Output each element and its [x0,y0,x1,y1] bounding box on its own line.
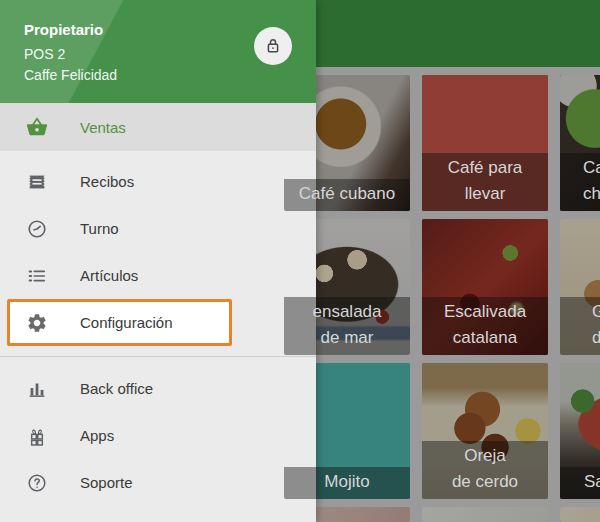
drawer-menu: Ventas [0,103,316,506]
list-icon [26,265,48,287]
product-photo [560,507,600,522]
lock-icon [263,36,283,56]
sidebar-item-label: Ventas [80,119,126,136]
product-tile-oreja-de-cerdo[interactable]: Oreja de cerdo [422,363,548,499]
product-tile-partial[interactable] [422,507,548,522]
sidebar-item-label: Configuración [80,314,173,331]
product-tile-partial[interactable]: Cal chi [560,75,600,211]
product-photo [422,507,548,522]
sidebar-item-label: Artículos [80,267,138,284]
sidebar-item-apps[interactable]: Apps [0,412,316,459]
sidebar-item-ventas[interactable]: Ventas [0,103,316,151]
sidebar-item-soporte[interactable]: Soporte [0,459,316,506]
product-label: Sa [560,467,600,499]
receipt-icon [26,171,48,193]
clock-icon [26,218,48,240]
menu-divider [0,356,316,357]
product-tile-partial[interactable]: G d [560,219,600,355]
sidebar-item-label: Apps [80,427,114,444]
sidebar-item-back-office[interactable]: Back office [0,365,316,412]
navigation-drawer: Propietario POS 2 Caffe Felicidad [0,0,316,522]
product-label: Oreja de cerdo [422,441,548,499]
drawer-header: Propietario POS 2 Caffe Felicidad [0,0,316,103]
sidebar-item-label: Soporte [80,474,133,491]
product-tile-escalivada-catalana[interactable]: Escalivada catalana [422,219,548,355]
product-tile-partial[interactable]: Sa [560,363,600,499]
product-label: ensalada de mar [284,297,410,355]
product-tile-partial[interactable] [560,507,600,522]
pos-app-screen: Café cubano Café para llevar Cal chi ens… [0,0,600,522]
sidebar-item-label: Recibos [80,173,134,190]
store-name: Caffe Felicidad [24,67,117,83]
gear-icon [26,312,48,334]
sidebar-item-label: Turno [80,220,119,237]
basket-icon [26,116,48,138]
product-label: Escalivada catalana [422,297,548,355]
product-label: G d [560,297,600,355]
menu-spacer [0,151,316,158]
pos-name: POS 2 [24,46,65,62]
lock-button[interactable] [254,27,292,65]
sidebar-item-configuracion[interactable]: Configuración [7,299,232,346]
sidebar-item-recibos[interactable]: Recibos [0,158,316,205]
product-label: Café cubano [284,179,410,211]
product-label: Mojito [284,467,410,499]
sidebar-item-label: Back office [80,380,153,397]
product-label: Café para llevar [422,153,548,211]
product-tile-cafe-para-llevar[interactable]: Café para llevar [422,75,548,211]
gift-icon [26,425,48,447]
help-icon [26,472,48,494]
bar-chart-icon [26,378,48,400]
user-role: Propietario [24,21,103,38]
sidebar-item-articulos[interactable]: Artículos [0,252,316,299]
sidebar-item-turno[interactable]: Turno [0,205,316,252]
product-label: Cal chi [560,153,600,211]
